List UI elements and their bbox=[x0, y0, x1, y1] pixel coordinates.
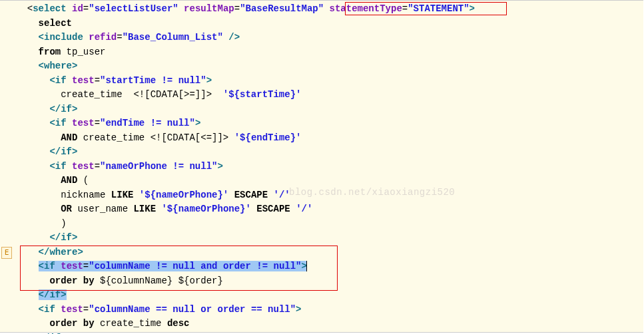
code-editor[interactable]: E blog.csdn.net/xiaoxiangzi520 <select i… bbox=[0, 0, 643, 333]
code-block[interactable]: <select id="selectListUser" resultMap="B… bbox=[0, 1, 643, 334]
gutter-error-marker: E bbox=[1, 247, 12, 259]
text-cursor bbox=[306, 261, 307, 271]
